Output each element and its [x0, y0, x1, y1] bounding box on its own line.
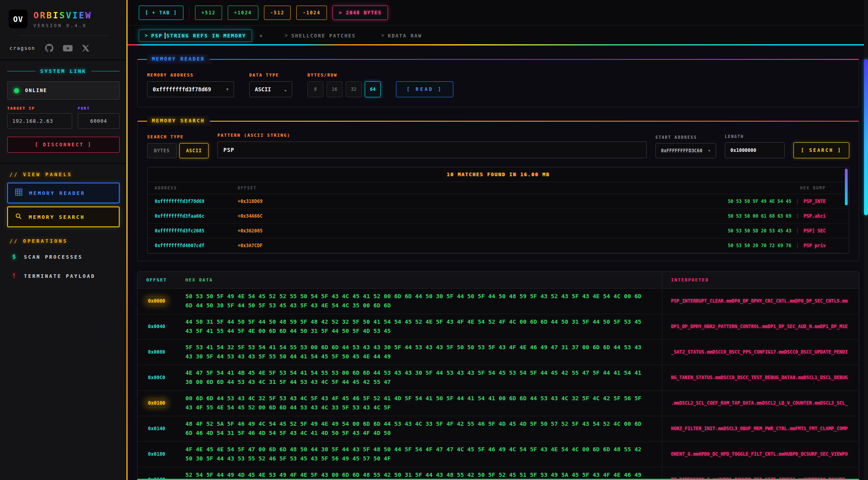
- bytes-16-button[interactable]: 16: [327, 81, 342, 97]
- plus512-button[interactable]: +512: [195, 6, 222, 20]
- panel-border-gradient: [138, 59, 859, 60]
- pattern-group: PATTERN (ASCII STRING) PSP: [217, 133, 647, 158]
- bytes-64-button[interactable]: 64: [365, 81, 381, 97]
- hex-line: 43 4F 55 4E 54 45 52 00 6D 6D 44 53 43 4…: [185, 403, 662, 412]
- search-type-bytes-button[interactable]: BYTES: [147, 143, 177, 158]
- bytes-8-button[interactable]: 8: [307, 81, 323, 97]
- sidebar-item-label: MEMORY READER: [29, 190, 85, 196]
- hex-row: 0x0100 00 6D 6D 44 53 43 4C 32 5F 53 43 …: [138, 391, 859, 416]
- github-icon[interactable]: [45, 44, 53, 52]
- hex-row: 0x00C0 4E 47 5F 54 41 4B 45 4E 5F 53 54 …: [138, 365, 859, 391]
- chevron-down-icon: ⌄: [284, 87, 287, 92]
- add-tab-button[interactable]: [ + TAB ]: [139, 6, 183, 20]
- match-row[interactable]: 0xffffffffd3f78d69 +0x318D69 50 53 50 5F…: [148, 194, 849, 209]
- memory-address-label: MEMORY ADDRESS: [147, 73, 234, 77]
- sidebar-item-memory-reader[interactable]: MEMORY READER: [7, 183, 120, 203]
- system-link-title: SYSTEM LINK: [7, 68, 120, 74]
- start-address-label: START ADDRESS: [655, 135, 716, 140]
- memory-address-dropdown[interactable]: 0xffffffffd3f78d69 ▼: [147, 81, 234, 97]
- target-ip-field[interactable]: 192.168.2.63: [7, 113, 72, 129]
- interpreted-column-header: INTERPRETED: [662, 272, 859, 288]
- match-list-scrollbar[interactable]: [845, 169, 848, 205]
- minus1024-button[interactable]: -1024: [296, 6, 327, 20]
- bytes-2048-button[interactable]: > 2048 BYTES: [333, 6, 388, 20]
- search-type-label: SEARCH TYPE: [147, 134, 209, 139]
- data-type-label: DATA TYPE: [249, 73, 292, 77]
- row-interpreted: HORZ_FILTER_INIT.mmDSCL3_OBUF_MEM_PWR_CT…: [662, 416, 859, 441]
- sidebar-item-label: TERMINATE PAYLOAD: [24, 273, 95, 279]
- match-offset: +0x34A66C: [238, 213, 262, 219]
- chevron-right-icon: >: [381, 33, 384, 38]
- youtube-icon[interactable]: [63, 45, 73, 52]
- match-row[interactable]: 0xffffffffd4007cdf +0x3A7CDF 50 53 50 20…: [148, 238, 849, 253]
- hex-line: 43 30 5F 44 53 43 43 5F 55 50 44 41 54 4…: [185, 352, 662, 361]
- pattern-input[interactable]: PSP: [217, 142, 647, 158]
- scrollbar-thumb[interactable]: [864, 59, 868, 215]
- start-address-dropdown[interactable]: 0xFFFFFFFFD3C60 ▼: [655, 143, 716, 158]
- port-label: PORT: [78, 106, 120, 110]
- memory-address-field-group: MEMORY ADDRESS 0xffffffffd3f78d69 ▼: [147, 73, 234, 97]
- offset-column-header: OFFSET: [238, 186, 257, 190]
- match-ascii: PSP priv: [804, 243, 826, 248]
- app-version: VERSION 0.4.0: [33, 23, 92, 28]
- row-interpreted: _SAT2_STATUS.mmDSCC0_DSCC_PPS_CONFIG17.m…: [662, 340, 859, 365]
- hex-line: 48 4F 52 5A 5F 46 49 4C 54 45 52 5F 49 4…: [185, 419, 662, 429]
- system-link-section: SYSTEM LINK ONLINE TARGET IP 192.168.2.6…: [0, 60, 127, 156]
- hex-line: 43 5F 41 55 44 5F 4E 00 6D 6D 44 50 31 5…: [185, 327, 662, 336]
- pattern-label: PATTERN (ASCII STRING): [217, 133, 647, 138]
- main-area: [ + TAB ] +512 +1024 -512 -1024 > 2048 B…: [127, 0, 868, 480]
- logo-row: OV ORBISVIEW VERSION 0.4.0: [9, 10, 118, 28]
- row-offset: 0x00C0: [146, 374, 167, 382]
- sidebar-item-terminate-payload[interactable]: ! TERMINATE PAYLOAD: [7, 266, 120, 285]
- match-ascii: PSP] SEC: [804, 228, 826, 234]
- row-interpreted: NG_TAKEN_STATUS.mmDSCC0_DSCC_TEST_DEBUG_…: [662, 365, 859, 390]
- memory-search-panel: MEMORY SEARCH SEARCH TYPE BYTES ASCII PA…: [137, 121, 859, 261]
- length-input[interactable]: 0x1000000: [725, 142, 785, 158]
- match-table-header: ADDRESS OFFSET HEX DUMP: [148, 182, 849, 194]
- exclamation-icon: !: [11, 272, 17, 279]
- x-icon[interactable]: [82, 45, 89, 52]
- tab-psp-string-refs[interactable]: > PSP STRING REFS IN MEMORY: [139, 30, 252, 42]
- plus1024-button[interactable]: +1024: [228, 6, 258, 20]
- tab-kdata-raw[interactable]: > KDATA RAW: [376, 30, 427, 41]
- row-offset: 0x01C0: [146, 476, 167, 480]
- match-row[interactable]: 0xffffffffd3fc2085 +0x362085 50 53 50 5D…: [148, 224, 849, 238]
- tab-bar: > PSP STRING REFS IN MEMORY × > SHELLCOR…: [127, 26, 868, 45]
- hex-line: 4F 4E 45 4E 54 5F 47 00 6D 6D 48 50 44 3…: [185, 445, 662, 454]
- sidebar-item-scan-processes[interactable]: $ SCAN PROCESSES: [7, 247, 120, 266]
- match-offset: +0x3A7CDF: [238, 243, 262, 248]
- read-button[interactable]: [ READ ]: [396, 81, 453, 97]
- hex-table-header: OFFSET HEX DATA INTERPRETED: [138, 272, 859, 289]
- search-type-ascii-button[interactable]: ASCII: [179, 143, 209, 158]
- bytes-32-button[interactable]: 32: [346, 81, 362, 97]
- port-field[interactable]: 60004: [78, 113, 120, 129]
- hexdump-column-header: HEX DUMP: [800, 186, 842, 190]
- tab-shellcore-patches[interactable]: > SHELLCORE PATCHES: [279, 30, 361, 41]
- disconnect-button[interactable]: [ DISCONNECT ]: [7, 137, 120, 153]
- match-row[interactable]: 0xffffffffd3faa66c +0x34A66C 50 53 50 00…: [148, 209, 849, 224]
- search-button[interactable]: [ SEARCH ]: [793, 142, 849, 158]
- hex-line: 6D 44 50 30 5F 44 50 5F 53 45 43 5F 43 4…: [185, 301, 662, 310]
- hex-line: 44 50 31 5F 44 50 5F 44 50 48 59 5F 48 4…: [185, 317, 662, 327]
- magnifier-icon: [15, 213, 22, 221]
- view-panels-section: // VIEW PANELS MEMORY READER MEMORY SEAR…: [0, 164, 127, 230]
- status-badge: ONLINE: [25, 88, 47, 93]
- hex-row: 0x0000 50 53 50 5F 49 4E 54 45 52 52 55 …: [138, 289, 859, 314]
- match-results-table: 10 MATCHES FOUND IN 16.00 MB ADDRESS OFF…: [147, 167, 849, 254]
- chevron-down-icon: ▼: [226, 87, 228, 91]
- sidebar-item-memory-search[interactable]: MEMORY SEARCH: [7, 207, 120, 227]
- tab-title-input[interactable]: PSP STRING REFS IN MEMORY: [151, 33, 246, 39]
- start-address-group: START ADDRESS 0xFFFFFFFFD3C60 ▼: [655, 135, 716, 158]
- row-interpreted: PSP_INTERRUPT_CLEAR.mmDP0_DP_DPHY_CRC_CN…: [662, 289, 859, 314]
- separator: |: [791, 213, 804, 219]
- match-address: 0xffffffffd3fc2085: [155, 228, 238, 234]
- memory-search-panel-title: MEMORY SEARCH: [147, 116, 212, 126]
- minus512-button[interactable]: -512: [264, 6, 291, 20]
- close-icon[interactable]: ×: [257, 32, 265, 39]
- page-scrollbar[interactable]: [864, 0, 868, 480]
- data-type-select[interactable]: ASCII ⌄: [249, 81, 292, 97]
- chevron-right-icon: >: [145, 33, 148, 38]
- online-status-dot: [14, 88, 19, 93]
- view-panels-title: // VIEW PANELS: [7, 172, 120, 177]
- toolbar: [ + TAB ] +512 +1024 -512 -1024 > 2048 B…: [127, 0, 868, 26]
